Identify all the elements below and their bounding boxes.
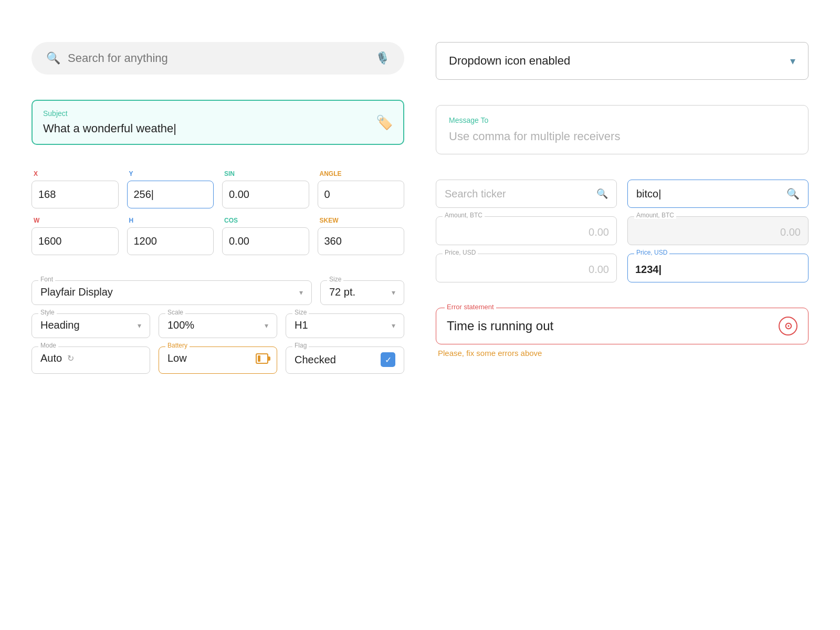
battery-select-inner[interactable]: Low	[167, 352, 268, 364]
ticker-left-input[interactable]	[445, 188, 591, 200]
size2-select-inner[interactable]: H1 ▾	[295, 319, 395, 331]
size2-label: Size	[292, 309, 309, 316]
coord-skew-label: SKEW	[318, 217, 405, 224]
flag-select[interactable]: Flag Checked ✓	[286, 346, 404, 374]
coord-w: W	[32, 217, 119, 255]
price-left-label: Price, USD	[443, 249, 478, 256]
font-value: Playfair Display	[40, 286, 113, 298]
flag-label: Flag	[292, 342, 309, 349]
scale-select-inner[interactable]: 100% ▾	[167, 319, 268, 331]
coord-y-input[interactable]	[127, 181, 214, 208]
main-layout: 🔍 🎙️ Subject 🏷️ X Y SIN A	[32, 42, 808, 374]
price-left-value: 0.00	[444, 264, 609, 276]
coord-sin-input[interactable]	[222, 181, 309, 208]
mic-icon[interactable]: 🎙️	[375, 51, 390, 65]
error-label: Error statement	[445, 303, 496, 311]
checkbox-checked-icon[interactable]: ✓	[381, 352, 395, 367]
coord-w-input[interactable]	[32, 227, 119, 255]
error-icon: ⊙	[779, 317, 797, 335]
coord-angle: ANGLE	[318, 170, 405, 208]
subject-input[interactable]	[43, 122, 366, 135]
ticker-search-icon-right: 🔍	[786, 187, 800, 200]
font-label: Font	[38, 276, 55, 283]
coord-x-input[interactable]	[32, 181, 119, 208]
mode-value: Auto	[40, 352, 62, 364]
size2-value: H1	[295, 319, 308, 331]
coords-grid: X Y SIN ANGLE W H	[32, 170, 404, 255]
price-right-value: 1234|	[635, 264, 801, 276]
subject-label: Subject	[43, 109, 393, 118]
ticker-left-field[interactable]: 🔍	[436, 180, 617, 208]
mode-label: Mode	[38, 342, 58, 349]
style-select[interactable]: Style Heading ▾	[32, 313, 150, 338]
amount-right-label: Amount, BTC	[634, 212, 676, 219]
coord-x-label: X	[32, 170, 119, 177]
battery-label: Battery	[165, 342, 190, 349]
scale-value: 100%	[167, 319, 194, 331]
font-select[interactable]: Font Playfair Display ▾	[32, 280, 312, 305]
amount-left-field: Amount, BTC 0.00	[436, 216, 617, 245]
message-to-placeholder[interactable]: Use comma for multiple receivers	[449, 130, 795, 143]
price-right-label: Price, USD	[634, 249, 669, 256]
amount-price-section: Amount, BTC 0.00 Price, USD 0.00 Amount,…	[436, 216, 808, 282]
error-message: Please, fix some errors above	[436, 349, 808, 358]
scale-chevron-icon: ▾	[265, 321, 268, 330]
font-select-inner[interactable]: Playfair Display ▾	[40, 286, 303, 298]
tag-icon: 🏷️	[376, 114, 393, 131]
coord-angle-label: ANGLE	[318, 170, 405, 177]
search-bar[interactable]: 🔍 🎙️	[32, 42, 404, 75]
coord-sin: SIN	[222, 170, 309, 208]
size-label: Size	[327, 276, 343, 283]
coord-h-input[interactable]	[127, 227, 214, 255]
coord-cos-label: COS	[222, 217, 309, 224]
mode-select-inner[interactable]: Auto ↻	[40, 352, 141, 364]
font-chevron-icon: ▾	[299, 288, 303, 297]
search-input[interactable]	[68, 51, 368, 65]
battery-select[interactable]: Battery Low	[159, 346, 277, 374]
ticker-search-icon-left: 🔍	[596, 188, 608, 200]
size-select[interactable]: Size 72 pt. ▾	[320, 280, 404, 305]
coord-x: X	[32, 170, 119, 208]
coord-cos-input[interactable]	[222, 227, 309, 255]
dropdown-select[interactable]: Dropdown icon enabled ▾	[436, 42, 808, 80]
ticker-right-input[interactable]	[636, 188, 781, 200]
flag-value: Checked	[295, 354, 336, 366]
size2-select[interactable]: Size H1 ▾	[286, 313, 404, 338]
price-right-field[interactable]: Price, USD 1234|	[627, 254, 808, 282]
left-fields: Amount, BTC 0.00 Price, USD 0.00	[436, 216, 617, 282]
size2-chevron-icon: ▾	[392, 321, 395, 330]
message-to-field: Message To Use comma for multiple receiv…	[436, 105, 808, 154]
coord-h-label: H	[127, 217, 214, 224]
right-fields: Amount, BTC 0.00 Price, USD 1234|	[627, 216, 808, 282]
style-chevron-icon: ▾	[138, 321, 141, 330]
font-row-1: Font Playfair Display ▾ Size 72 pt. ▾	[32, 280, 404, 305]
font-section: Font Playfair Display ▾ Size 72 pt. ▾	[32, 280, 404, 374]
ticker-right-field[interactable]: 🔍	[627, 180, 808, 208]
size-select-inner[interactable]: 72 pt. ▾	[329, 286, 395, 298]
scale-select[interactable]: Scale 100% ▾	[159, 313, 277, 338]
mode-select[interactable]: Mode Auto ↻	[32, 346, 150, 374]
flag-select-inner[interactable]: Checked ✓	[295, 352, 395, 367]
style-select-inner[interactable]: Heading ▾	[40, 319, 141, 331]
error-field-content: Time is running out ⊙	[447, 317, 797, 335]
coord-skew-input[interactable]	[318, 227, 405, 255]
error-field-wrap: Error statement Time is running out ⊙ Pl…	[436, 308, 808, 358]
search-icon: 🔍	[46, 51, 60, 65]
refresh-icon: ↻	[67, 353, 74, 363]
amount-left-value: 0.00	[444, 226, 609, 238]
battery-icon	[256, 353, 268, 364]
coord-y-label: Y	[127, 170, 214, 177]
scale-label: Scale	[165, 309, 185, 316]
coord-w-label: W	[32, 217, 119, 224]
coord-skew: SKEW	[318, 217, 405, 255]
style-label: Style	[38, 309, 57, 316]
battery-value: Low	[167, 352, 187, 364]
price-left-field: Price, USD 0.00	[436, 254, 617, 282]
dropdown-chevron-icon: ▾	[790, 55, 795, 67]
coord-h: H	[127, 217, 214, 255]
left-column: 🔍 🎙️ Subject 🏷️ X Y SIN A	[32, 42, 404, 374]
dropdown-value: Dropdown icon enabled	[449, 54, 570, 68]
amount-right-field: Amount, BTC 0.00	[627, 216, 808, 245]
coord-angle-input[interactable]	[318, 181, 405, 208]
message-to-label: Message To	[449, 116, 795, 124]
